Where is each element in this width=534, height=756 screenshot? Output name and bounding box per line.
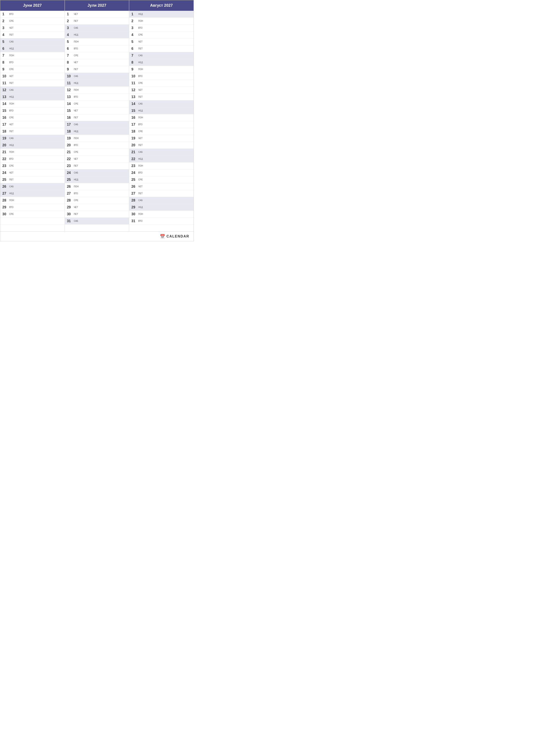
day-name: САБ: [138, 103, 142, 105]
day-number: 27: [131, 192, 138, 196]
day-name: ЧЕТ: [9, 75, 13, 77]
day-number: 5: [2, 40, 9, 44]
day-row-Август-4: 4СРЕ: [129, 32, 193, 39]
day-row-Јули-28: 28СРЕ: [65, 197, 129, 204]
day-row-empty: [0, 225, 64, 231]
month-header-2: Август 2027: [129, 0, 193, 11]
day-number: 15: [67, 109, 73, 113]
calendar-logo-icon: 📅: [160, 234, 165, 239]
day-number: 24: [2, 171, 9, 175]
day-name: ВТО: [74, 192, 78, 195]
day-row-Август-2: 2ПОН: [129, 18, 193, 25]
day-row-empty: [0, 218, 64, 225]
day-name: ВТО: [74, 144, 78, 146]
day-name: ПОН: [74, 137, 79, 139]
day-name: ПЕТ: [9, 178, 13, 181]
day-row-Август-29: 29НЕД: [129, 204, 193, 211]
day-number: 23: [67, 164, 73, 168]
day-name: ВТО: [9, 109, 13, 112]
day-row-Јули-22: 22ЧЕТ: [65, 156, 129, 162]
day-row-Јули-26: 26ПОН: [65, 183, 129, 190]
day-row-Август-26: 26ЧЕТ: [129, 183, 193, 190]
day-number: 27: [67, 192, 73, 196]
day-name: ВТО: [138, 75, 142, 77]
day-number: 17: [131, 122, 138, 126]
day-number: 28: [131, 199, 138, 202]
day-name: СРЕ: [138, 130, 143, 133]
day-name: ЧЕТ: [9, 123, 13, 126]
day-number: 22: [67, 157, 73, 161]
day-row-Август-15: 15НЕД: [129, 107, 193, 114]
day-row-Август-20: 20ПЕТ: [129, 142, 193, 149]
day-name: ВТО: [9, 61, 13, 64]
day-name: НЕД: [74, 178, 78, 181]
day-name: ПЕТ: [74, 116, 78, 119]
day-name: НЕД: [138, 109, 143, 112]
day-number: 16: [131, 116, 138, 120]
day-number: 9: [67, 68, 73, 71]
day-number: 15: [2, 109, 9, 113]
day-row-Август-19: 19ЧЕТ: [129, 135, 193, 142]
day-row-Јуни-3: 3ЧЕТ: [0, 25, 64, 32]
day-row-Август-9: 9ПОН: [129, 66, 193, 73]
calendar-container: Јуни 2027Јули 2027Август 2027 1ВТО2СРЕ3Ч…: [0, 0, 194, 241]
day-row-Јули-21: 21СРЕ: [65, 149, 129, 156]
day-name: НЕД: [9, 47, 14, 50]
day-row-Јули-8: 8ЧЕТ: [65, 59, 129, 66]
day-name: ПОН: [9, 103, 14, 105]
day-row-Јули-24: 24САБ: [65, 169, 129, 176]
day-row-Август-27: 27ПЕТ: [129, 190, 193, 197]
day-name: ПОН: [9, 151, 14, 153]
day-row-Јуни-13: 13НЕД: [0, 94, 64, 100]
day-number: 26: [2, 185, 9, 189]
day-number: 25: [131, 178, 138, 182]
day-number: 14: [67, 102, 73, 106]
day-row-Јули-10: 10САБ: [65, 73, 129, 80]
day-name: НЕД: [9, 144, 14, 146]
day-name: САБ: [74, 75, 78, 77]
day-number: 2: [67, 19, 73, 23]
day-name: ПОН: [138, 20, 143, 22]
day-number: 1: [131, 12, 138, 16]
day-number: 19: [67, 136, 73, 140]
calendar-logo-text: CALENDAR: [166, 234, 189, 238]
day-row-Јуни-9: 9СРЕ: [0, 66, 64, 73]
day-row-Јуни-7: 7ПОН: [0, 52, 64, 59]
day-row-Август-14: 14САБ: [129, 100, 193, 107]
day-name: ЧЕТ: [74, 158, 78, 160]
day-name: ВТО: [9, 13, 13, 15]
day-number: 31: [67, 219, 73, 223]
day-name: СРЕ: [74, 151, 78, 153]
day-name: НЕД: [138, 13, 143, 15]
day-name: ВТО: [138, 172, 142, 174]
day-name: САБ: [9, 185, 13, 188]
day-number: 4: [67, 33, 73, 37]
day-row-Август-17: 17ВТО: [129, 121, 193, 128]
day-name: СРЕ: [74, 54, 78, 57]
day-number: 14: [2, 102, 9, 106]
day-row-Јуни-14: 14ПОН: [0, 100, 64, 107]
day-name: ВТО: [9, 158, 13, 160]
day-row-Јуни-23: 23СРЕ: [0, 162, 64, 169]
day-row-Јуни-25: 25ПЕТ: [0, 176, 64, 183]
day-row-Јули-11: 11НЕД: [65, 80, 129, 87]
day-row-Август-30: 30ПОН: [129, 211, 193, 218]
day-number: 23: [131, 164, 138, 168]
day-number: 2: [2, 19, 9, 23]
day-number: 13: [67, 95, 73, 99]
day-name: ЧЕТ: [74, 13, 78, 15]
day-number: 6: [2, 47, 9, 51]
day-name: ПЕТ: [74, 20, 78, 22]
day-name: СРЕ: [9, 68, 14, 70]
day-name: НЕД: [138, 206, 143, 208]
day-row-Јуни-28: 28ПОН: [0, 197, 64, 204]
day-row-Јули-13: 13ВТО: [65, 94, 129, 100]
footer-logo: 📅 CALENDAR: [160, 234, 189, 239]
day-name: САБ: [74, 220, 78, 222]
day-number: 11: [2, 81, 9, 85]
month-header-1: Јули 2027: [65, 0, 129, 11]
day-name: ПЕТ: [138, 144, 142, 146]
day-row-Јули-18: 18НЕД: [65, 128, 129, 135]
day-name: ВТО: [74, 47, 78, 50]
days-grid: 1ВТО2СРЕ3ЧЕТ4ПЕТ5САБ6НЕД7ПОН8ВТО9СРЕ10ЧЕ…: [0, 11, 193, 231]
